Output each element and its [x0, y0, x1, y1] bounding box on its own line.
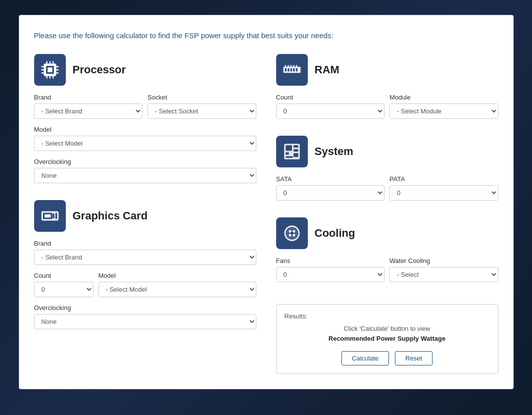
ram-count-select[interactable]: 0 1 2 3 4 6 8	[276, 104, 385, 119]
graphics-brand-label: Brand	[34, 240, 256, 247]
processor-overclocking-label: Overclocking	[34, 158, 256, 165]
cpu-icon	[41, 60, 59, 79]
processor-section: Processor Brand - Select Brand Socket - …	[34, 54, 256, 190]
main-container: Please use the following calculator to f…	[19, 15, 514, 389]
cooling-fans-label: Fans	[276, 257, 385, 264]
graphics-count-group: Count 0 1 2 3 4	[34, 272, 94, 297]
left-column: Processor Brand - Select Brand Socket - …	[34, 54, 256, 374]
processor-title: Processor	[73, 63, 126, 76]
results-box: Results: Click 'Calculate' button to vie…	[276, 304, 498, 374]
graphics-model-label: Model	[98, 272, 256, 279]
cooling-fans-water-row: Fans 0 1 2 3 4 5 6 Water Cooling	[276, 257, 498, 289]
processor-brand-select[interactable]: - Select Brand	[34, 104, 143, 119]
graphics-count-label: Count	[34, 272, 94, 279]
svg-point-18	[52, 216, 54, 218]
ram-section: RAM Count 0 1 2 3 4 6 8	[276, 54, 498, 126]
ram-title: RAM	[315, 63, 339, 76]
system-icon	[283, 142, 301, 161]
svg-rect-35	[293, 145, 298, 148]
svg-point-41	[290, 231, 293, 234]
graphics-count-select[interactable]: 0 1 2 3 4	[34, 282, 94, 297]
system-header: System	[276, 136, 498, 167]
graphics-brand-select[interactable]: - Select Brand	[34, 250, 256, 265]
system-title: System	[315, 145, 353, 158]
processor-overclocking-group: Overclocking None 5% 10% 15% 20% 25% 30%	[34, 158, 256, 183]
svg-rect-22	[285, 68, 286, 71]
graphics-model-select[interactable]: - Select Model	[98, 282, 256, 297]
processor-model-select[interactable]: - Select Model	[34, 136, 256, 151]
ram-module-label: Module	[389, 94, 498, 101]
processor-brand-label: Brand	[34, 94, 143, 101]
svg-rect-2	[48, 67, 52, 72]
main-layout: Processor Brand - Select Brand Socket - …	[34, 54, 498, 374]
system-sata-group: SATA 0 1 2 3 4 5 6 7 8	[276, 175, 385, 201]
processor-socket-group: Socket - Select Socket	[147, 94, 256, 119]
system-pata-select[interactable]: 0 1 2 3 4	[389, 185, 498, 201]
svg-rect-27	[285, 65, 286, 67]
system-sata-pata-row: SATA 0 1 2 3 4 5 6 7 8	[276, 175, 498, 208]
graphics-card-icon-box	[34, 200, 66, 232]
ram-count-group: Count 0 1 2 3 4 6 8	[276, 94, 385, 119]
cooling-water-select[interactable]: - Select Yes No	[389, 267, 498, 282]
processor-header: Processor	[34, 54, 256, 86]
cooling-icon	[283, 224, 301, 243]
processor-brand-socket-row: Brand - Select Brand Socket - Select Soc…	[34, 94, 256, 126]
processor-brand-group: Brand - Select Brand	[34, 94, 143, 119]
system-sata-select[interactable]: 0 1 2 3 4 5 6 7 8	[276, 185, 385, 201]
cooling-section: Cooling Fans 0 1 2 3 4 5 6	[276, 217, 498, 289]
ram-header: RAM	[276, 54, 498, 86]
system-icon-box	[276, 136, 308, 167]
cooling-water-group: Water Cooling - Select Yes No	[389, 257, 498, 282]
ram-module-select[interactable]: - Select Module	[389, 104, 498, 119]
results-message-line1: Click 'Calculate' button to view	[344, 325, 431, 332]
ram-icon	[283, 60, 301, 79]
svg-rect-38	[286, 156, 292, 157]
graphics-overclocking-select[interactable]: None 5% 10% 15% 20% 25% 30%	[34, 314, 256, 329]
cooling-header: Cooling	[276, 217, 498, 249]
processor-icon-box	[34, 54, 66, 86]
cooling-water-label: Water Cooling	[389, 257, 498, 264]
svg-rect-33	[286, 145, 292, 151]
processor-overclocking-select[interactable]: None 5% 10% 15% 20% 25% 30%	[34, 168, 256, 183]
ram-count-label: Count	[276, 94, 385, 101]
processor-model-group: Model - Select Model	[34, 126, 256, 151]
graphics-overclocking-group: Overclocking None 5% 10% 15% 20% 25% 30%	[34, 304, 256, 329]
processor-model-label: Model	[34, 126, 256, 133]
cooling-fans-group: Fans 0 1 2 3 4 5 6	[276, 257, 385, 282]
graphics-brand-group: Brand - Select Brand	[34, 240, 256, 265]
system-pata-label: PATA	[389, 175, 498, 183]
results-message-line2: Recommended Power Supply Wattage	[329, 335, 445, 342]
cooling-title: Cooling	[315, 227, 355, 240]
results-body: Click 'Calculate' button to view Recomme…	[285, 324, 490, 345]
ram-module-group: Module - Select Module	[389, 94, 498, 119]
svg-rect-34	[286, 152, 289, 155]
svg-rect-26	[295, 68, 297, 71]
svg-rect-24	[290, 68, 291, 71]
right-column: RAM Count 0 1 2 3 4 6 8	[276, 54, 498, 374]
processor-socket-select[interactable]: - Select Socket	[147, 104, 256, 119]
gpu-icon	[41, 207, 59, 225]
svg-rect-20	[44, 214, 50, 217]
results-label: Results:	[285, 312, 490, 320]
svg-rect-25	[293, 68, 294, 71]
reset-button[interactable]: Reset	[395, 351, 433, 365]
svg-rect-23	[288, 68, 289, 71]
svg-rect-30	[293, 65, 294, 67]
graphics-card-section: Graphics Card Brand - Select Brand Count…	[34, 200, 256, 336]
graphics-overclocking-label: Overclocking	[34, 304, 256, 311]
graphics-model-group: Model - Select Model	[98, 272, 256, 297]
svg-rect-19	[55, 212, 57, 219]
cooling-fans-select[interactable]: 0 1 2 3 4 5 6	[276, 267, 385, 282]
svg-rect-28	[288, 65, 289, 67]
calculate-button[interactable]: Calculate	[341, 351, 389, 365]
intro-text: Please use the following calculator to f…	[34, 30, 498, 42]
ram-count-module-row: Count 0 1 2 3 4 6 8 Module	[276, 94, 498, 126]
svg-point-17	[52, 213, 54, 216]
cooling-icon-box	[276, 217, 308, 249]
graphics-card-title: Graphics Card	[73, 209, 148, 222]
svg-rect-29	[290, 65, 291, 67]
results-btn-row: Calculate Reset	[285, 351, 490, 365]
processor-socket-label: Socket	[147, 94, 256, 101]
svg-rect-36	[293, 149, 298, 152]
graphics-count-model-row: Count 0 1 2 3 4 Model - Select Model	[34, 272, 256, 304]
